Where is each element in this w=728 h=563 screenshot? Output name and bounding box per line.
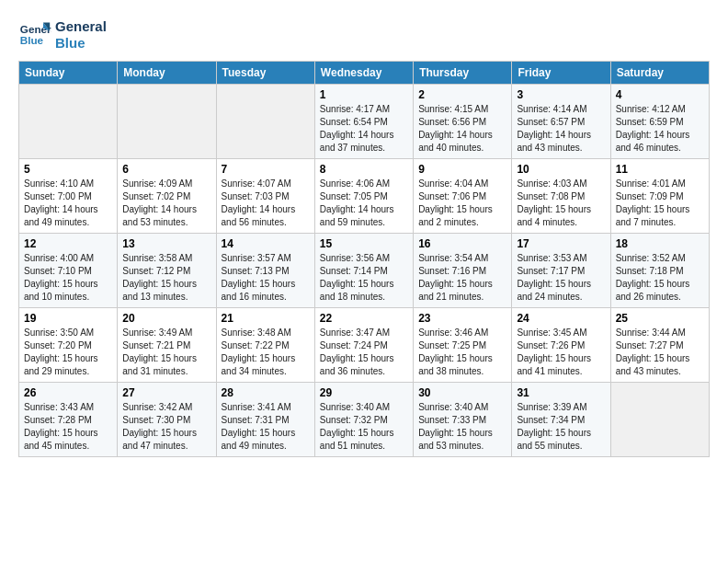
day-number: 19 (24, 312, 112, 325)
calendar-cell: 2Sunrise: 4:15 AM Sunset: 6:56 PM Daylig… (414, 85, 512, 159)
day-info: Sunrise: 4:01 AM Sunset: 7:09 PM Dayligh… (616, 178, 704, 229)
day-number: 18 (616, 237, 704, 250)
day-number: 14 (222, 237, 310, 250)
weekday-sunday: Sunday (19, 62, 118, 85)
logo-text-blue: Blue (55, 35, 107, 52)
weekday-header-row: SundayMondayTuesdayWednesdayThursdayFrid… (19, 62, 710, 85)
calendar-cell: 31Sunrise: 3:39 AM Sunset: 7:34 PM Dayli… (512, 383, 610, 457)
day-number: 4 (616, 88, 704, 101)
day-number: 7 (222, 163, 310, 176)
calendar-cell: 12Sunrise: 4:00 AM Sunset: 7:10 PM Dayli… (19, 234, 118, 308)
calendar-cell: 14Sunrise: 3:57 AM Sunset: 7:13 PM Dayli… (216, 234, 314, 308)
day-number: 11 (616, 163, 704, 176)
calendar-cell (216, 85, 314, 159)
day-info: Sunrise: 3:44 AM Sunset: 7:27 PM Dayligh… (616, 327, 704, 378)
calendar-cell: 4Sunrise: 4:12 AM Sunset: 6:59 PM Daylig… (610, 85, 709, 159)
day-info: Sunrise: 4:14 AM Sunset: 6:57 PM Dayligh… (517, 103, 605, 155)
calendar-cell: 9Sunrise: 4:04 AM Sunset: 7:06 PM Daylig… (414, 159, 512, 234)
day-number: 10 (517, 163, 605, 176)
day-number: 21 (222, 312, 310, 325)
calendar-cell: 20Sunrise: 3:49 AM Sunset: 7:21 PM Dayli… (118, 308, 216, 383)
calendar-week-5: 26Sunrise: 3:43 AM Sunset: 7:28 PM Dayli… (19, 383, 710, 457)
calendar-week-2: 5Sunrise: 4:10 AM Sunset: 7:00 PM Daylig… (19, 159, 710, 234)
calendar-cell: 15Sunrise: 3:56 AM Sunset: 7:14 PM Dayli… (314, 234, 413, 308)
day-number: 5 (24, 163, 112, 176)
logo-icon: General Blue (18, 18, 51, 52)
day-number: 30 (418, 386, 506, 399)
day-number: 26 (24, 386, 112, 399)
day-number: 16 (418, 237, 506, 250)
calendar-cell: 11Sunrise: 4:01 AM Sunset: 7:09 PM Dayli… (610, 159, 709, 234)
day-number: 6 (122, 163, 210, 176)
calendar-cell: 18Sunrise: 3:52 AM Sunset: 7:18 PM Dayli… (610, 234, 709, 308)
calendar-cell (19, 85, 118, 159)
calendar-cell: 29Sunrise: 3:40 AM Sunset: 7:32 PM Dayli… (314, 383, 413, 457)
calendar-cell: 16Sunrise: 3:54 AM Sunset: 7:16 PM Dayli… (414, 234, 512, 308)
day-info: Sunrise: 3:40 AM Sunset: 7:33 PM Dayligh… (418, 401, 506, 453)
calendar-cell: 27Sunrise: 3:42 AM Sunset: 7:30 PM Dayli… (118, 383, 216, 457)
calendar-cell: 3Sunrise: 4:14 AM Sunset: 6:57 PM Daylig… (512, 85, 610, 159)
day-number: 9 (418, 163, 506, 176)
day-info: Sunrise: 3:47 AM Sunset: 7:24 PM Dayligh… (320, 327, 408, 378)
logo-text-general: General (55, 18, 107, 35)
weekday-friday: Friday (512, 62, 610, 85)
calendar-cell: 5Sunrise: 4:10 AM Sunset: 7:00 PM Daylig… (19, 159, 118, 234)
calendar-cell: 13Sunrise: 3:58 AM Sunset: 7:12 PM Dayli… (118, 234, 216, 308)
day-info: Sunrise: 3:53 AM Sunset: 7:17 PM Dayligh… (517, 252, 605, 304)
day-number: 28 (222, 386, 310, 399)
day-number: 8 (320, 163, 408, 176)
day-info: Sunrise: 4:04 AM Sunset: 7:06 PM Dayligh… (418, 178, 506, 229)
day-info: Sunrise: 3:42 AM Sunset: 7:30 PM Dayligh… (122, 401, 210, 453)
day-number: 31 (517, 386, 605, 399)
day-number: 2 (418, 88, 506, 101)
calendar-cell: 26Sunrise: 3:43 AM Sunset: 7:28 PM Dayli… (19, 383, 118, 457)
day-info: Sunrise: 4:00 AM Sunset: 7:10 PM Dayligh… (24, 252, 112, 304)
day-info: Sunrise: 4:15 AM Sunset: 6:56 PM Dayligh… (418, 103, 506, 155)
calendar-cell: 28Sunrise: 3:41 AM Sunset: 7:31 PM Dayli… (216, 383, 314, 457)
day-info: Sunrise: 3:39 AM Sunset: 7:34 PM Dayligh… (517, 401, 605, 453)
day-number: 24 (517, 312, 605, 325)
calendar-body: 1Sunrise: 4:17 AM Sunset: 6:54 PM Daylig… (19, 85, 710, 457)
calendar-week-4: 19Sunrise: 3:50 AM Sunset: 7:20 PM Dayli… (19, 308, 710, 383)
day-number: 3 (517, 88, 605, 101)
day-info: Sunrise: 4:06 AM Sunset: 7:05 PM Dayligh… (320, 178, 408, 229)
day-info: Sunrise: 4:10 AM Sunset: 7:00 PM Dayligh… (24, 178, 112, 229)
calendar-week-3: 12Sunrise: 4:00 AM Sunset: 7:10 PM Dayli… (19, 234, 710, 308)
svg-text:Blue: Blue (20, 34, 44, 46)
day-info: Sunrise: 3:40 AM Sunset: 7:32 PM Dayligh… (320, 401, 408, 453)
day-number: 13 (122, 237, 210, 250)
calendar-week-1: 1Sunrise: 4:17 AM Sunset: 6:54 PM Daylig… (19, 85, 710, 159)
day-number: 20 (122, 312, 210, 325)
day-info: Sunrise: 3:41 AM Sunset: 7:31 PM Dayligh… (222, 401, 310, 453)
weekday-saturday: Saturday (610, 62, 709, 85)
calendar-cell: 23Sunrise: 3:46 AM Sunset: 7:25 PM Dayli… (414, 308, 512, 383)
calendar-cell (610, 383, 709, 457)
day-info: Sunrise: 3:43 AM Sunset: 7:28 PM Dayligh… (24, 401, 112, 453)
day-info: Sunrise: 4:09 AM Sunset: 7:02 PM Dayligh… (122, 178, 210, 229)
calendar-cell: 19Sunrise: 3:50 AM Sunset: 7:20 PM Dayli… (19, 308, 118, 383)
day-info: Sunrise: 3:57 AM Sunset: 7:13 PM Dayligh… (222, 252, 310, 304)
day-number: 27 (122, 386, 210, 399)
day-number: 1 (320, 88, 408, 101)
day-number: 25 (616, 312, 704, 325)
day-info: Sunrise: 3:54 AM Sunset: 7:16 PM Dayligh… (418, 252, 506, 304)
calendar-cell: 1Sunrise: 4:17 AM Sunset: 6:54 PM Daylig… (314, 85, 413, 159)
calendar-cell: 17Sunrise: 3:53 AM Sunset: 7:17 PM Dayli… (512, 234, 610, 308)
calendar-cell: 25Sunrise: 3:44 AM Sunset: 7:27 PM Dayli… (610, 308, 709, 383)
weekday-wednesday: Wednesday (314, 62, 413, 85)
day-info: Sunrise: 3:49 AM Sunset: 7:21 PM Dayligh… (122, 327, 210, 378)
calendar-cell: 30Sunrise: 3:40 AM Sunset: 7:33 PM Dayli… (414, 383, 512, 457)
day-number: 29 (320, 386, 408, 399)
day-number: 12 (24, 237, 112, 250)
day-number: 23 (418, 312, 506, 325)
day-info: Sunrise: 3:58 AM Sunset: 7:12 PM Dayligh… (122, 252, 210, 304)
calendar-cell: 22Sunrise: 3:47 AM Sunset: 7:24 PM Dayli… (314, 308, 413, 383)
calendar-cell (118, 85, 216, 159)
day-info: Sunrise: 4:03 AM Sunset: 7:08 PM Dayligh… (517, 178, 605, 229)
day-info: Sunrise: 3:48 AM Sunset: 7:22 PM Dayligh… (222, 327, 310, 378)
page-header: General Blue General Blue (18, 18, 710, 52)
day-number: 22 (320, 312, 408, 325)
logo: General Blue General Blue (18, 18, 107, 52)
calendar-cell: 10Sunrise: 4:03 AM Sunset: 7:08 PM Dayli… (512, 159, 610, 234)
weekday-tuesday: Tuesday (216, 62, 314, 85)
